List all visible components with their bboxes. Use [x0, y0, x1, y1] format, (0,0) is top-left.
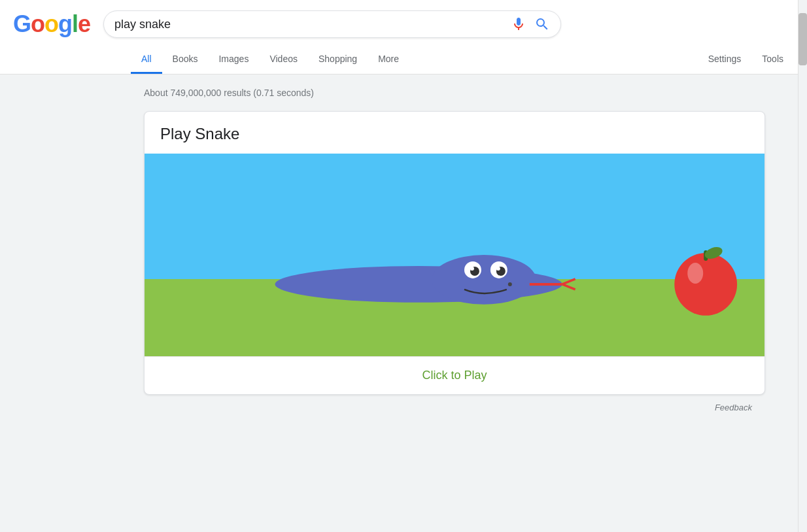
nav-right: Settings Tools — [698, 46, 794, 74]
snake-eye-left-shine — [470, 267, 474, 271]
mic-icon[interactable] — [511, 16, 526, 32]
scrollbar-thumb[interactable] — [798, 13, 807, 65]
apple-highlight — [687, 263, 703, 284]
tab-images[interactable]: Images — [208, 46, 259, 74]
snake-head — [432, 255, 536, 305]
logo-letter-g: G — [13, 10, 31, 37]
tab-shopping[interactable]: Shopping — [308, 46, 368, 74]
search-input[interactable] — [114, 18, 511, 31]
search-icons — [511, 16, 550, 32]
scrollbar[interactable] — [798, 0, 807, 532]
tab-tools[interactable]: Tools — [751, 46, 794, 74]
apple-body — [674, 253, 737, 316]
snake-nostril — [508, 282, 512, 286]
tab-settings[interactable]: Settings — [698, 46, 752, 74]
logo-letter-e: e — [78, 10, 90, 37]
game-svg — [145, 154, 764, 356]
logo-letter-l: l — [72, 10, 78, 37]
game-canvas[interactable] — [145, 154, 764, 356]
game-title: Play Snake — [145, 112, 764, 154]
header-top: Google — [13, 10, 794, 46]
tab-videos[interactable]: Videos — [259, 46, 308, 74]
feedback-link[interactable]: Feedback — [144, 397, 765, 418]
snake-tongue-fork1 — [562, 279, 575, 284]
search-bar[interactable] — [103, 10, 561, 38]
results-area: About 749,000,000 results (0.71 seconds)… — [0, 75, 807, 431]
game-card[interactable]: Play Snake — [144, 111, 765, 395]
click-to-play-button[interactable]: Click to Play — [145, 356, 764, 394]
logo-letter-o1: o — [31, 10, 44, 37]
nav-tabs: All Books Images Videos Shopping More Se… — [13, 46, 794, 74]
snake-eye-right-shine — [496, 267, 500, 271]
tab-more[interactable]: More — [368, 46, 409, 74]
snake-tongue-fork2 — [562, 284, 575, 290]
google-logo[interactable]: Google — [13, 10, 90, 38]
search-icon[interactable] — [534, 16, 550, 32]
tab-books[interactable]: Books — [162, 46, 209, 74]
logo-letter-g2: g — [58, 10, 72, 37]
tab-all[interactable]: All — [131, 46, 162, 74]
results-stats: About 749,000,000 results (0.71 seconds) — [144, 88, 794, 98]
logo-letter-o2: o — [44, 10, 58, 37]
header: Google All Books Images Videos Shopping … — [0, 0, 807, 75]
